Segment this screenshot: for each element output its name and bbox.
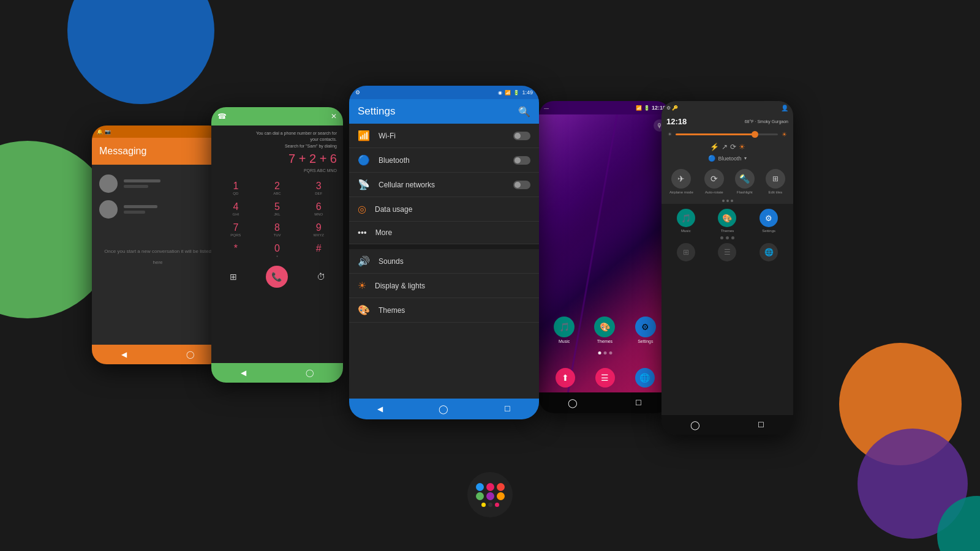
nav-back-p3[interactable]: ◀ — [377, 405, 383, 413]
settings-item-wifi[interactable]: 📶 Wi-Fi — [349, 124, 539, 148]
cellular-label: Cellular networks — [379, 181, 505, 189]
nav-square-p5[interactable]: ☐ — [758, 421, 764, 429]
key-3[interactable]: 3 DEF — [298, 178, 339, 198]
key-2[interactable]: 2 ABC — [257, 178, 298, 198]
search-icon[interactable]: 🔍 — [518, 106, 530, 118]
qs-flashlight[interactable]: 🔦 Flashlight — [735, 169, 755, 194]
more-dot-2 — [726, 200, 729, 202]
key-star[interactable]: * — [215, 240, 257, 261]
settings-status-right: ◉ 📶 🔋 1:49 — [498, 89, 533, 96]
phone1-header: Messaging — [92, 138, 224, 165]
settings-item-data[interactable]: ◎ Data usage — [349, 197, 539, 222]
key-1[interactable]: 1 QD — [215, 178, 257, 198]
p5-app-music[interactable]: 🎵 Music — [677, 209, 695, 233]
more-icon: ••• — [358, 228, 367, 238]
search-hint: Search for "Sam" by dialing — [211, 143, 343, 149]
settings-item-display[interactable]: ☀ Display & lights — [349, 274, 539, 298]
display-label: Display & lights — [375, 282, 530, 290]
brightness-knob[interactable] — [752, 131, 758, 138]
logo-circle — [467, 472, 513, 517]
dialer-actions: ⊞ 📞 ⏱ — [211, 261, 343, 293]
data-icon: ◎ — [358, 203, 366, 215]
p5-avatar: 👤 — [781, 105, 788, 111]
key-4[interactable]: 4 GHI — [215, 198, 257, 219]
phone4-nav[interactable]: ◯ ☐ — [539, 392, 671, 413]
brightness-bar[interactable] — [676, 133, 778, 135]
themes-label: Themes — [379, 306, 530, 315]
nav-recents-p3[interactable]: ☐ — [504, 405, 511, 413]
recent-icon[interactable]: ⏱ — [317, 272, 325, 282]
settings-nav[interactable]: ◀ ◯ ☐ — [349, 399, 539, 419]
settings-content: 📶 Wi-Fi 🔵 Bluetooth 📡 Cellular networks … — [349, 124, 539, 399]
more-label: More — [375, 228, 530, 237]
bt-sync: ⟳ — [730, 143, 736, 151]
app-themes[interactable]: 🎨 Themes — [594, 317, 615, 343]
dock-icon-1[interactable]: ⬆ — [556, 368, 575, 388]
qs-airplane[interactable]: ✈ Airplane mode — [669, 169, 693, 194]
p5-themes-label: Themes — [721, 229, 734, 233]
nav-home-p5[interactable]: ◯ — [690, 420, 700, 430]
settings-item-cellular[interactable]: 📡 Cellular networks — [349, 173, 539, 197]
phone5-nav[interactable]: ◯ ☐ — [662, 415, 793, 435]
settings-item-themes[interactable]: 🎨 Themes — [349, 298, 539, 323]
dock-icon-3[interactable]: 🌐 — [635, 368, 655, 388]
phone4-wallpaper: 🎙 🎵 Music 🎨 Themes ⚙ Settings ⬆ ☰ — [539, 114, 671, 392]
nav-home-p4[interactable]: ◯ — [568, 398, 578, 408]
dock-row: ⬆ ☰ 🌐 — [539, 368, 671, 388]
dock-icon-2[interactable]: ☰ — [595, 368, 615, 388]
qs-edittiles[interactable]: ⊞ Edit tiles — [766, 169, 785, 194]
key-9[interactable]: 9 WXYZ — [298, 219, 339, 240]
autorotate-label: Auto-rotate — [705, 190, 723, 194]
settings-item-bluetooth[interactable]: 🔵 Bluetooth — [349, 148, 539, 173]
keypad-icon[interactable]: ⊞ — [230, 272, 237, 282]
key-0[interactable]: 0 + — [257, 240, 298, 261]
logo-dot-blue — [476, 483, 484, 491]
nav-back-p2[interactable]: ◀ — [241, 369, 246, 377]
qs-bt-label-row: 🔵 Bluetooth ▾ — [662, 154, 793, 165]
nav-home-p2[interactable]: ◯ — [306, 369, 314, 377]
p5-app2-2[interactable]: ☰ — [718, 243, 736, 261]
data-label: Data usage — [375, 205, 530, 214]
bluetooth-toggle[interactable] — [513, 156, 530, 165]
nav-home-p3[interactable]: ◯ — [439, 404, 448, 414]
settings-item-more[interactable]: ••• More — [349, 222, 539, 244]
wifi-toggle[interactable] — [513, 132, 530, 140]
phone5-apps-row1: 🎵 Music 🎨 Themes ⚙ Settings — [665, 209, 790, 233]
qs-autorotate[interactable]: ⟳ Auto-rotate — [704, 169, 724, 194]
k-decoration — [539, 114, 671, 392]
p5-app2-1[interactable]: ⊞ — [677, 243, 695, 261]
qs-top-bar: 12:18 68°F · Smoky Gurgaon — [662, 114, 793, 129]
key-5[interactable]: 5 JKL — [257, 198, 298, 219]
key-6[interactable]: 6 MNO — [298, 198, 339, 219]
key-7[interactable]: 7 PQRS — [215, 219, 257, 240]
cellular-toggle[interactable] — [513, 181, 530, 189]
empty-message: Once you start a new conversation it wil… — [99, 244, 216, 266]
avatar-2 — [99, 200, 118, 219]
app-settings[interactable]: ⚙ Settings — [635, 317, 656, 343]
wifi-icon: 📶 — [358, 130, 370, 141]
dial-grid: 1 QD 2 ABC 3 DEF 4 GHI 5 JKL 6 MNO — [211, 178, 343, 261]
call-button[interactable]: 📞 — [266, 266, 288, 288]
phone-quick-settings: ⚙ 🔑 👤 12:18 68°F · Smoky Gurgaon ☀ ☀ ⚡ ↗… — [662, 101, 793, 435]
settings-header: Settings 🔍 — [349, 99, 539, 124]
key-hash[interactable]: # — [298, 240, 339, 261]
p5-dots-row — [665, 236, 790, 239]
key-8[interactable]: 8 TUV — [257, 219, 298, 240]
themes-icon: 🎨 — [358, 304, 370, 316]
nav-back-icon[interactable]: ◀ — [121, 350, 127, 359]
brightness-control[interactable]: ☀ ☀ — [662, 129, 793, 140]
nav-square-p4[interactable]: ☐ — [635, 399, 642, 407]
app-music[interactable]: 🎵 Music — [554, 317, 575, 343]
phone1-nav[interactable]: ◀ ◯ — [92, 345, 224, 364]
more-dot-1 — [722, 200, 725, 202]
p5-app2-3[interactable]: 🌐 — [760, 243, 778, 261]
p5-app-themes[interactable]: 🎨 Themes — [718, 209, 736, 233]
nav-home-icon[interactable]: ◯ — [186, 350, 194, 359]
p4-minus-icon: — — [544, 105, 549, 111]
bt-chevron[interactable]: ▾ — [744, 156, 747, 161]
phone2-footer[interactable]: ◀ ◯ — [211, 363, 343, 383]
cellular-icon: 📡 — [358, 179, 370, 190]
p5-dot-1 — [720, 236, 723, 239]
settings-item-sounds[interactable]: 🔊 Sounds — [349, 249, 539, 274]
p5-app-settings[interactable]: ⚙ Settings — [760, 209, 778, 233]
